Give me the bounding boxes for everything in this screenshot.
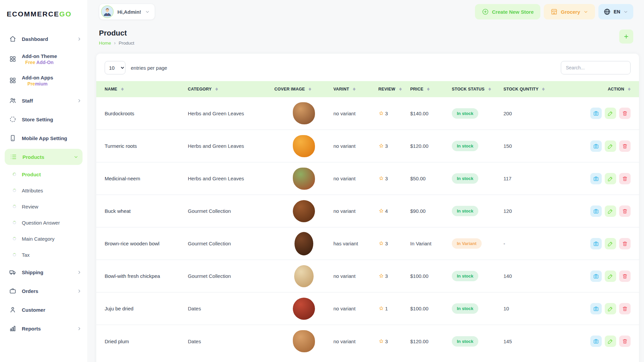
- delete-button[interactable]: [619, 238, 631, 249]
- view-button[interactable]: [590, 336, 602, 347]
- view-button[interactable]: [590, 303, 602, 314]
- col-header-cover-image[interactable]: COVER IMAGE: [274, 81, 333, 97]
- edit-button[interactable]: [605, 140, 616, 152]
- sidebar-item-addon-apps[interactable]: Add-on Apps Premium: [0, 70, 87, 91]
- sidebar-item-mobile-app-setting[interactable]: Mobile App Setting: [0, 129, 87, 147]
- trash-icon: [622, 273, 628, 279]
- star-icon: [378, 241, 384, 246]
- sidebar-subitem-tax[interactable]: Tax: [0, 247, 87, 263]
- sidebar-subitem-question-answer[interactable]: Question Answer: [0, 215, 87, 231]
- sort-icon: [399, 86, 402, 92]
- brand-name: ECOMMERCE: [7, 10, 59, 18]
- bullet-icon: [13, 253, 16, 256]
- camera-icon: [593, 338, 599, 344]
- view-button[interactable]: [590, 140, 602, 152]
- col-header-action[interactable]: ACTION: [581, 81, 639, 97]
- store-selector-button[interactable]: Grocery: [544, 4, 595, 19]
- breadcrumb: Home › Product: [99, 40, 134, 46]
- entries-per-page-select[interactable]: 10: [105, 61, 125, 74]
- view-button[interactable]: [590, 108, 602, 119]
- star-icon: [378, 273, 384, 279]
- pencil-icon: [607, 143, 613, 149]
- col-header-stock-status[interactable]: STOCK STATUS: [452, 81, 503, 97]
- delete-button[interactable]: [619, 173, 631, 184]
- product-name: Burdockroots: [96, 97, 188, 130]
- stock-quantity: 145: [503, 325, 581, 357]
- chevron-right-icon: [77, 326, 82, 331]
- sidebar-subitem-product[interactable]: Product: [0, 166, 87, 182]
- product-table-card: 10 entries per page NAME CATEGORY COVER …: [96, 54, 639, 362]
- product-name: Dried plum: [96, 325, 188, 357]
- product-variant: no variant: [333, 162, 378, 195]
- product-cover-image: [293, 330, 315, 352]
- delete-button[interactable]: [619, 108, 631, 119]
- sidebar-item-shipping[interactable]: Shipping: [0, 263, 87, 282]
- user-menu[interactable]: Hi,Admin!: [99, 4, 155, 20]
- product-category: Herbs and Green Leaves: [188, 97, 274, 130]
- sidebar-item-products[interactable]: Products: [5, 149, 83, 165]
- sidebar-item-dashboard[interactable]: Dashboard: [0, 29, 87, 48]
- sort-icon: [353, 86, 356, 92]
- sidebar-subitem-main-category[interactable]: Main Category: [0, 231, 87, 247]
- edit-button[interactable]: [605, 173, 616, 184]
- product-table: NAME CATEGORY COVER IMAGE VARINT REVIEW …: [96, 81, 639, 357]
- product-variant: no variant: [333, 195, 378, 227]
- camera-icon: [593, 306, 599, 312]
- col-header-category[interactable]: CATEGORY: [188, 81, 274, 97]
- table-header-row: NAME CATEGORY COVER IMAGE VARINT REVIEW …: [96, 81, 639, 97]
- table-row: Turmeric roots Herbs and Green Leaves no…: [96, 130, 639, 162]
- sidebar-item-orders[interactable]: Orders: [0, 282, 87, 300]
- view-button[interactable]: [590, 270, 602, 282]
- sort-icon: [121, 86, 124, 92]
- sidebar-nav: Dashboard Add-on Theme Free Add-On Add-o…: [0, 18, 87, 338]
- delete-button[interactable]: [619, 205, 631, 217]
- col-header-review[interactable]: REVIEW: [378, 81, 410, 97]
- edit-button[interactable]: [605, 205, 616, 217]
- add-product-button[interactable]: [619, 29, 633, 44]
- sidebar-subitem-review[interactable]: Review: [0, 198, 87, 215]
- star-icon: [378, 176, 384, 181]
- create-new-store-button[interactable]: Create New Store: [475, 4, 540, 19]
- edit-button[interactable]: [605, 336, 616, 347]
- col-header-price[interactable]: PRICE: [410, 81, 452, 97]
- review-count: 3: [385, 273, 388, 279]
- camera-icon: [593, 176, 599, 182]
- stock-quantity: 10: [503, 292, 581, 325]
- view-button[interactable]: [590, 205, 602, 217]
- sort-icon: [309, 86, 311, 92]
- table-row: Buck wheat Gourmet Collection no variant…: [96, 195, 639, 227]
- delete-button[interactable]: [619, 336, 631, 347]
- review-count: 4: [385, 208, 388, 214]
- language-selector-button[interactable]: EN: [598, 4, 633, 19]
- stock-quantity: 200: [503, 97, 581, 130]
- search-input[interactable]: [561, 61, 631, 74]
- edit-button[interactable]: [605, 238, 616, 249]
- view-button[interactable]: [590, 238, 602, 249]
- edit-button[interactable]: [605, 303, 616, 314]
- col-header-name[interactable]: NAME: [96, 81, 188, 97]
- trash-icon: [622, 110, 628, 116]
- sidebar-item-staff[interactable]: Staff: [0, 91, 87, 110]
- delete-button[interactable]: [619, 140, 631, 152]
- delete-button[interactable]: [619, 270, 631, 282]
- edit-button[interactable]: [605, 270, 616, 282]
- col-header-stock-quantity[interactable]: STOCK QUNTITY: [503, 81, 581, 97]
- product-variant: no variant: [333, 130, 378, 162]
- stock-status-badge: In stock: [452, 108, 478, 119]
- edit-button[interactable]: [605, 108, 616, 119]
- addon-theme-badge: Free Add-On: [25, 60, 53, 65]
- sidebar-item-store-setting[interactable]: Store Setting: [0, 110, 87, 129]
- col-header-varint[interactable]: VARINT: [333, 81, 378, 97]
- page-header: Product Home › Product: [87, 21, 644, 46]
- breadcrumb-home-link[interactable]: Home: [99, 41, 111, 46]
- product-name: Bowl-with fresh chickpea: [96, 260, 188, 292]
- sidebar-item-addon-theme[interactable]: Add-on Theme Free Add-On: [0, 48, 87, 70]
- sidebar-item-customer[interactable]: Customer: [0, 300, 87, 319]
- product-cover-image: [294, 232, 313, 255]
- view-button[interactable]: [590, 173, 602, 184]
- sidebar-subitem-attributes[interactable]: Attributes: [0, 182, 87, 198]
- table-row: Dried plum Dates no variant 3 $120.00 In…: [96, 325, 639, 357]
- sidebar: ECOMMERCEGO Dashboard Add-on Theme Free …: [0, 0, 87, 362]
- delete-button[interactable]: [619, 303, 631, 314]
- sidebar-item-reports[interactable]: Reports: [0, 319, 87, 338]
